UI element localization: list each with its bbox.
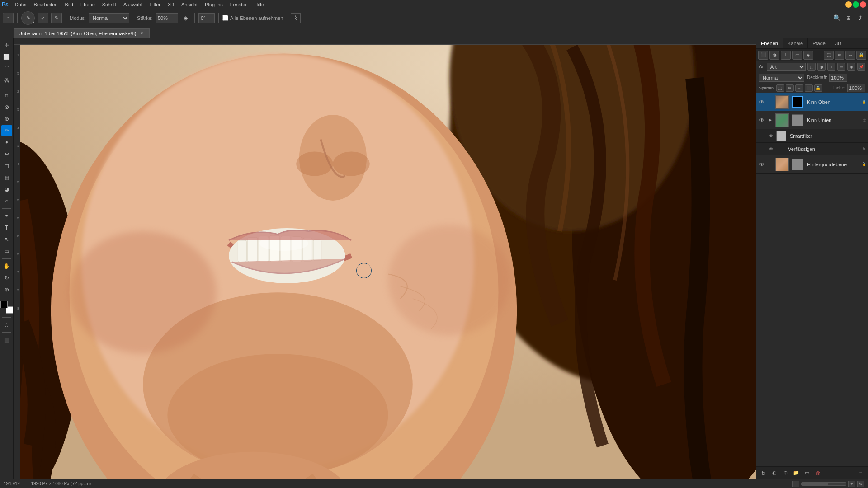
staerke-input[interactable] <box>156 13 178 23</box>
lock-paint-button[interactable]: ✏ <box>835 51 844 60</box>
layer-filter-pixel[interactable]: ⬛ <box>758 51 768 60</box>
menu-plugins[interactable]: Plug-ins <box>201 1 226 8</box>
lock-pixels-button[interactable]: ⬚ <box>824 51 834 60</box>
menu-fenster[interactable]: Fenster <box>226 1 250 8</box>
foreground-color[interactable] <box>0 301 8 308</box>
layer-filter-adjustment[interactable]: ◑ <box>769 51 779 60</box>
layer-new-button[interactable]: ▭ <box>802 469 811 478</box>
brush-mode-button[interactable]: ⊙ <box>38 13 48 23</box>
layer-filter-shape[interactable]: ▭ <box>792 51 802 60</box>
menu-3d[interactable]: 3D <box>164 1 178 8</box>
quick-mask-tool[interactable]: ⬡ <box>1 319 12 330</box>
filter-toggle-4[interactable]: ▭ <box>837 63 845 71</box>
fill-input[interactable] <box>847 84 865 92</box>
filter-toggle-5[interactable]: ◈ <box>847 63 855 71</box>
layer-visibility-kinn-oben[interactable]: 👁 <box>758 99 765 106</box>
gradient-tool[interactable]: ▦ <box>1 172 12 183</box>
layer-visibility-hintergrundebene[interactable]: 👁 <box>758 161 765 168</box>
layer-visibility-smartfilter[interactable]: 👁 <box>767 132 774 140</box>
color-picker[interactable] <box>0 301 13 314</box>
home-button[interactable]: ⌂ <box>3 13 14 23</box>
canvas-bg[interactable] <box>20 45 756 479</box>
zoom-slider[interactable] <box>801 482 846 486</box>
lock-move-button[interactable]: ↔ <box>845 51 855 60</box>
move-tool[interactable]: ✛ <box>1 40 12 51</box>
filter-toggle-3[interactable]: T <box>827 63 835 71</box>
verfluessigen-edit-icon[interactable]: ✎ <box>863 147 866 151</box>
layer-visibility-kinn-unten[interactable]: 👁 <box>758 117 765 124</box>
panel-tab-pfade[interactable]: Pfade <box>808 38 830 48</box>
menu-bearbeiten[interactable]: Bearbeiten <box>30 1 61 8</box>
text-tool[interactable]: T <box>1 222 12 233</box>
menu-schrift[interactable]: Schrift <box>99 1 120 8</box>
layer-row-verfluessigen[interactable]: 👁 Verflüssigen ✎ <box>756 143 868 155</box>
hand-tool[interactable]: ✋ <box>1 261 12 272</box>
brush-tool[interactable]: ✏ <box>1 125 12 136</box>
layer-row-hintergrundebene[interactable]: 👁 Hintergrundebene 🔒 <box>756 155 868 174</box>
eraser-tool[interactable]: ◻ <box>1 160 12 171</box>
layer-mask-button[interactable]: ◐ <box>770 469 779 478</box>
menu-datei[interactable]: Datei <box>11 1 30 8</box>
blend-mode-select[interactable]: Normal <box>759 74 804 82</box>
lock-artboard-btn[interactable]: ⬛ <box>805 84 813 92</box>
layer-mask-kinn-unten[interactable] <box>792 114 803 126</box>
document-tab[interactable]: Unbenannt-1 bei 195% (Kinn Oben, Ebenenm… <box>14 28 150 38</box>
canvas-container[interactable]: 1 5 2 5 3 5 4 5 5 5 6 5 7 5 8 <box>14 45 756 479</box>
shape-tool[interactable]: ▭ <box>1 246 12 257</box>
search-icon[interactable]: 🔍 <box>832 13 842 23</box>
rectangular-marquee-tool[interactable]: ⬜ <box>1 52 12 62</box>
screen-mode-button[interactable]: ⬛ <box>1 334 12 345</box>
panel-tab-kanaele[interactable]: Kanäle <box>783 38 808 48</box>
rotate-view-button[interactable]: ↻ <box>857 481 864 487</box>
maximize-button[interactable] <box>853 1 859 8</box>
panel-tab-3d[interactable]: 3D <box>830 38 846 48</box>
layers-panel-menu[interactable]: ≡ <box>856 469 865 478</box>
share-icon[interactable]: ⤴ <box>855 13 865 23</box>
layer-row-kinn-unten[interactable]: 👁 ▶ Kinn Unten ◎ <box>756 111 868 129</box>
modus-select[interactable]: Normal <box>89 13 129 23</box>
layer-row-smartfilter[interactable]: 👁 Smartfilter <box>756 129 868 143</box>
workspace-icon[interactable]: ⊞ <box>844 13 854 23</box>
zoom-tool[interactable]: ⊕ <box>1 284 12 295</box>
pen-tool[interactable]: ✒ <box>1 211 12 221</box>
layer-fx-button[interactable]: fx <box>759 469 768 478</box>
lock-all-button[interactable]: 🔒 <box>856 51 866 60</box>
layer-group-expand[interactable]: ▶ <box>767 117 774 123</box>
menu-bild[interactable]: Bild <box>61 1 77 8</box>
smudge-tool-icon[interactable]: ⌇ <box>291 13 301 23</box>
layer-delete-button[interactable]: 🗑 <box>813 469 822 478</box>
layer-mask-kinn-oben[interactable] <box>792 96 803 108</box>
zoom-in-button[interactable]: + <box>848 481 855 487</box>
clone-stamp-tool[interactable]: ✦ <box>1 137 12 148</box>
minimize-button[interactable] <box>845 1 852 8</box>
menu-filter[interactable]: Filter <box>146 1 164 8</box>
pressure-icon[interactable]: ◈ <box>181 13 191 23</box>
tab-close-button[interactable]: × <box>139 31 145 36</box>
filter-toggle-2[interactable]: ◑ <box>817 63 826 71</box>
panel-tab-ebenen[interactable]: Ebenen <box>756 38 783 48</box>
path-selection-tool[interactable]: ↖ <box>1 234 12 245</box>
menu-hilfe[interactable]: Hilfe <box>250 1 268 8</box>
layer-row-kinn-oben[interactable]: 👁 Kinn Oben 🔒 <box>756 93 868 111</box>
close-button[interactable] <box>860 1 866 8</box>
filter-toggle-1[interactable]: ⬚ <box>807 63 816 71</box>
layer-filter-type[interactable]: T <box>781 51 791 60</box>
blur-tool[interactable]: ◕ <box>1 184 12 195</box>
opacity-input[interactable] <box>829 74 847 82</box>
layer-visibility-verfluessigen[interactable]: 👁 <box>767 145 774 153</box>
filter-toggle-active[interactable]: 📌 <box>857 63 865 71</box>
healing-tool[interactable]: ⊕ <box>1 113 12 124</box>
lock-all-small-btn[interactable]: 🔒 <box>814 84 822 92</box>
zoom-out-button[interactable]: - <box>792 481 799 487</box>
lasso-tool[interactable]: ⌒ <box>1 63 12 74</box>
filter-type-select[interactable]: Art <box>767 63 806 71</box>
menu-ebene[interactable]: Ebene <box>77 1 99 8</box>
brush-preset-picker[interactable]: ✎ ● <box>21 11 35 25</box>
menu-auswahl[interactable]: Auswahl <box>120 1 146 8</box>
lock-position-btn[interactable]: ↔ <box>795 84 803 92</box>
magic-wand-tool[interactable]: ⁂ <box>1 75 12 86</box>
layer-adjustment-button[interactable]: ⊙ <box>781 469 790 478</box>
alle-ebenen-checkbox[interactable] <box>222 15 228 21</box>
eyedropper-tool[interactable]: ⊘ <box>1 102 12 113</box>
lock-transparency-btn[interactable]: ⬚ <box>776 84 784 92</box>
